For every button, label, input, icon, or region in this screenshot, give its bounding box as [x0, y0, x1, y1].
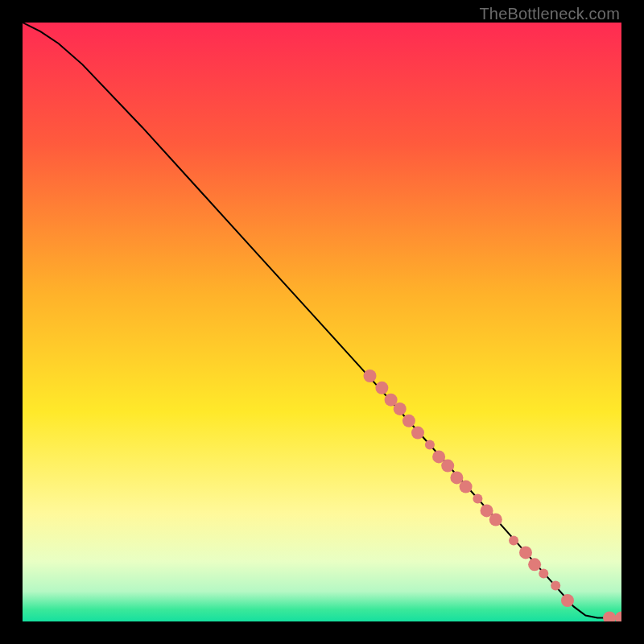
chart-frame [23, 23, 621, 621]
data-point [539, 569, 548, 579]
data-point [528, 558, 541, 571]
data-point [551, 580, 560, 590]
watermark-text: TheBottleneck.com [479, 5, 620, 23]
bottleneck-chart [23, 23, 621, 621]
data-point [473, 494, 482, 504]
data-point [375, 382, 388, 394]
data-point [519, 546, 532, 559]
data-point [402, 415, 415, 427]
data-point [411, 427, 424, 440]
data-point [394, 402, 407, 415]
gradient-bg [23, 23, 621, 621]
data-point [561, 594, 574, 607]
data-point [460, 481, 473, 493]
data-point [441, 460, 454, 473]
data-point [489, 514, 502, 526]
data-point [425, 440, 435, 450]
data-point [509, 536, 518, 546]
data-point [364, 369, 377, 382]
